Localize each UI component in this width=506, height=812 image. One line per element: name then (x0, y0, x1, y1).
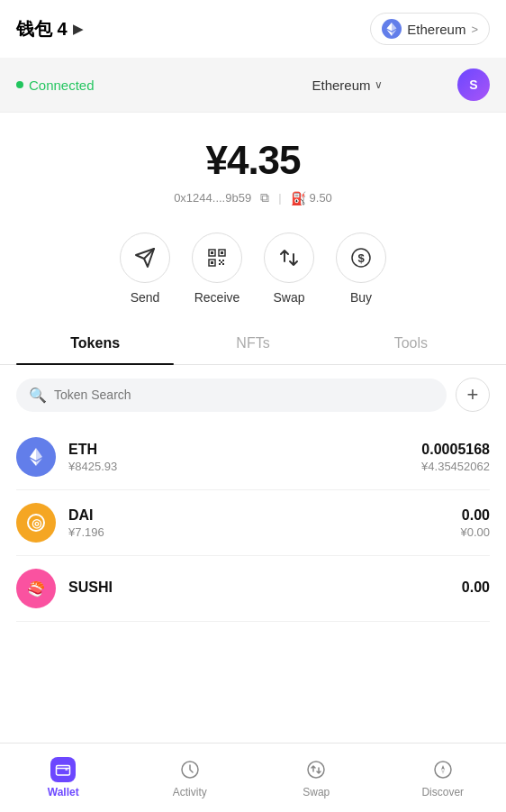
dai-token-price: ¥7.196 (68, 525, 460, 539)
activity-nav-label: Activity (173, 786, 207, 798)
nav-discover[interactable]: Discover (380, 750, 507, 806)
profile-icon-svg: S (465, 76, 483, 94)
balance-section: ¥4.35 0x1244....9b59 ⧉ | ⛽ 9.50 (0, 113, 506, 224)
wallet-nav-icon (50, 757, 76, 782)
svg-text:S: S (469, 78, 477, 92)
svg-rect-17 (221, 261, 222, 263)
dai-token-balance: 0.00 ¥0.00 (460, 507, 490, 539)
action-buttons: Send Receive Sw (0, 224, 506, 323)
network-chevron: > (471, 23, 478, 36)
discover-nav-icon (430, 757, 456, 782)
token-item-eth[interactable]: ETH ¥8425.93 0.0005168 ¥4.35452062 (16, 424, 490, 490)
receive-button[interactable]: Receive (192, 233, 242, 305)
activity-nav-icon (177, 757, 203, 782)
balance-amount: ¥4.35 (16, 138, 490, 183)
buy-icon: $ (350, 247, 372, 269)
swap-action-button[interactable]: Swap (264, 233, 314, 305)
svg-rect-16 (222, 263, 224, 265)
send-button[interactable]: Send (120, 233, 170, 305)
svg-point-29 (308, 762, 324, 778)
buy-icon-circle: $ (336, 233, 386, 283)
add-token-button[interactable]: + (456, 378, 490, 412)
status-network-name: Ethereum (312, 78, 370, 93)
row-divider: | (278, 191, 281, 205)
svg-marker-20 (36, 448, 42, 461)
network-label: Ethereum (407, 22, 465, 37)
token-item-dai[interactable]: ◎ DAI ¥7.196 0.00 ¥0.00 (16, 490, 490, 556)
dai-token-icon: ◎ (16, 503, 56, 543)
nav-swap[interactable]: Swap (253, 750, 380, 806)
gas-value: 9.50 (310, 191, 332, 205)
network-caret-icon: ∨ (375, 78, 383, 91)
dai-token-name: DAI (68, 507, 460, 524)
eth-token-value: ¥4.35452062 (421, 460, 490, 473)
svg-marker-31 (441, 765, 445, 770)
status-bar: Connected Ethereum ∨ S (0, 58, 506, 113)
eth-token-name: ETH (68, 442, 421, 458)
ethereum-icon (382, 19, 402, 39)
wallet-arrow: ▶ (73, 22, 83, 36)
send-label: Send (131, 290, 160, 305)
eth-token-icon (16, 437, 56, 477)
sushi-token-name: SUSHI (68, 579, 462, 596)
token-search-input[interactable] (54, 388, 434, 402)
tab-tokens[interactable]: Tokens (16, 323, 174, 364)
profile-avatar[interactable]: S (457, 68, 490, 101)
buy-label: Buy (350, 290, 372, 305)
eth-token-balance: 0.0005168 ¥4.35452062 (421, 442, 490, 473)
tab-nfts[interactable]: NFTs (174, 323, 331, 364)
sushi-token-info: SUSHI (68, 579, 462, 598)
svg-text:◎: ◎ (32, 516, 42, 530)
copy-address-icon[interactable]: ⧉ (260, 190, 269, 205)
svg-rect-12 (211, 261, 213, 264)
send-icon (134, 247, 156, 269)
network-button[interactable]: Ethereum > (370, 13, 490, 45)
tab-tools[interactable]: Tools (332, 323, 490, 364)
main-tabs: Tokens NFTs Tools (0, 323, 506, 365)
nav-wallet[interactable]: Wallet (0, 750, 127, 806)
dai-token-amount: 0.00 (460, 507, 490, 524)
svg-rect-14 (222, 260, 224, 261)
network-selector[interactable]: Ethereum ∨ (237, 78, 457, 93)
address-row: 0x1244....9b59 ⧉ | ⛽ 9.50 (16, 190, 490, 205)
wallet-nav-label: Wallet (48, 786, 79, 798)
svg-rect-15 (219, 263, 221, 265)
dai-token-value: ¥0.00 (460, 525, 490, 539)
connection-status: Connected (16, 78, 237, 93)
receive-label: Receive (194, 290, 240, 305)
gas-info: ⛽ 9.50 (291, 191, 332, 205)
sushi-token-icon: 🍣 (16, 569, 56, 608)
nav-activity[interactable]: Activity (127, 750, 254, 806)
token-item-sushi[interactable]: 🍣 SUSHI 0.00 (16, 556, 490, 622)
send-icon-circle (120, 233, 170, 283)
receive-icon-circle (192, 233, 242, 283)
swap-nav-label: Swap (303, 786, 330, 798)
discover-nav-label: Discover (421, 786, 464, 798)
app-header: 钱包 4 ▶ Ethereum > (0, 0, 506, 58)
sushi-token-amount: 0.00 (462, 579, 490, 596)
receive-icon (206, 247, 228, 269)
bottom-nav: Wallet Activity Swap Disco (0, 743, 506, 812)
dai-token-info: DAI ¥7.196 (68, 507, 460, 539)
svg-text:🍣: 🍣 (27, 580, 45, 598)
eth-token-price: ¥8425.93 (68, 460, 421, 473)
wallet-name: 钱包 4 (16, 17, 68, 41)
svg-marker-32 (441, 770, 445, 774)
buy-button[interactable]: $ Buy (336, 233, 386, 305)
gas-icon: ⛽ (291, 191, 306, 205)
wallet-title[interactable]: 钱包 4 ▶ (16, 17, 83, 41)
swap-label: Swap (273, 290, 304, 305)
swap-icon-circle (264, 233, 314, 283)
eth-token-amount: 0.0005168 (421, 442, 490, 458)
search-icon: 🔍 (29, 387, 47, 404)
svg-text:$: $ (357, 251, 365, 265)
svg-marker-21 (30, 448, 36, 461)
wallet-address: 0x1244....9b59 (174, 191, 251, 205)
swap-icon (278, 247, 300, 269)
sushi-token-balance: 0.00 (462, 579, 490, 598)
swap-nav-icon (303, 757, 329, 782)
connected-label: Connected (29, 78, 95, 93)
svg-rect-13 (219, 260, 221, 261)
connected-dot (16, 81, 23, 88)
svg-point-30 (435, 762, 451, 778)
